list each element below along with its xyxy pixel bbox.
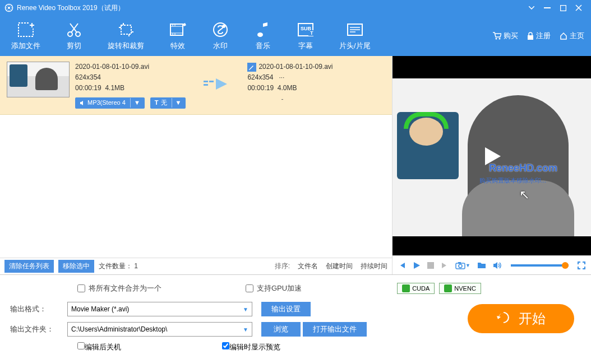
volume-slider[interactable] xyxy=(511,264,569,267)
subtitle-icon: SUBT xyxy=(297,21,315,39)
effects-icon xyxy=(169,21,187,39)
output-settings-panel: 将所有文件合并为一个 支持GPU加速 CUDA NVENC 输出格式： Movi… xyxy=(0,274,591,364)
nvenc-badge: NVENC xyxy=(439,283,481,294)
register-link[interactable]: 注册 xyxy=(527,31,551,41)
svg-rect-28 xyxy=(458,262,461,264)
refresh-icon xyxy=(496,311,511,326)
svg-rect-2 xyxy=(544,7,551,8)
shutdown-checkbox[interactable]: 编辑后关机 xyxy=(77,342,121,352)
svg-text:T: T xyxy=(310,30,313,36)
folder-combo[interactable]: C:\Users\Administrator\Desktop\▼ xyxy=(67,322,252,337)
sort-by-duration[interactable]: 持续时间 xyxy=(361,262,387,271)
clear-list-button[interactable]: 清除任务列表 xyxy=(4,260,54,273)
svg-point-1 xyxy=(8,7,10,9)
app-title: Renee Video Toolbox 2019（试用） xyxy=(17,3,124,13)
output-tag-placeholder: - xyxy=(281,94,333,105)
merge-checkbox[interactable]: 将所有文件合并为一个 xyxy=(77,283,161,293)
watermark-sub: 购买购置版本移除水印... xyxy=(479,176,546,185)
tool-effects[interactable]: 特效 xyxy=(164,18,191,53)
svg-point-11 xyxy=(222,25,225,28)
main-toolbar: 添加文件 剪切 旋转和裁剪 特效 水印 音乐 SUBT 字幕 片头/片尾 购买 … xyxy=(0,16,591,56)
cursor-icon: ↖ xyxy=(519,188,529,202)
speaker-icon xyxy=(80,100,85,106)
output-settings-button[interactable]: 输出设置 xyxy=(261,302,311,316)
arrow-icon xyxy=(202,76,230,94)
dropdown-icon[interactable] xyxy=(524,2,539,13)
output-file-info: 2020-01-08-01-10-09.avi 624x354 ··· 00:0… xyxy=(247,62,333,105)
svg-point-19 xyxy=(499,38,501,40)
sort-by-created[interactable]: 创建时间 xyxy=(326,262,353,271)
preview-panel: ReneeHD.com 购买购置版本移除水印... ↖ ▼ xyxy=(393,56,591,274)
tool-watermark[interactable]: 水印 xyxy=(207,18,234,53)
file-row[interactable]: 2020-01-08-01-10-09.avi 624x354 00:00:19… xyxy=(0,56,392,115)
remove-selected-button[interactable]: 移除选中 xyxy=(58,260,94,273)
prev-button[interactable] xyxy=(398,262,406,269)
svg-rect-9 xyxy=(170,24,183,35)
fullscreen-button[interactable] xyxy=(578,262,585,269)
audio-tag-button[interactable]: MP3(Stereo 4▼ xyxy=(75,97,145,109)
volume-button[interactable] xyxy=(493,262,502,269)
tool-music[interactable]: 音乐 xyxy=(250,18,276,53)
preview-edit-checkbox[interactable]: 编辑时显示预览 xyxy=(222,342,280,352)
list-toolbar: 清除任务列表 移除选中 文件数量： 1 排序: 文件名 创建时间 持续时间 xyxy=(0,258,392,274)
home-icon xyxy=(560,32,567,40)
browse-button[interactable]: 浏览 xyxy=(261,322,301,337)
preview-controls: ▼ xyxy=(393,255,591,274)
svg-point-12 xyxy=(257,32,263,37)
snapshot-button[interactable]: ▼ xyxy=(455,262,470,269)
buy-link[interactable]: 购买 xyxy=(492,31,518,41)
scissors-icon xyxy=(65,21,83,39)
svg-rect-20 xyxy=(528,35,533,40)
open-output-button[interactable]: 打开输出文件 xyxy=(303,322,367,337)
play-overlay-button[interactable] xyxy=(478,143,505,172)
input-thumbnail xyxy=(7,62,70,97)
sort-label: 排序: xyxy=(275,262,290,271)
gpu-checkbox[interactable]: 支持GPU加速 xyxy=(246,283,302,293)
minimize-button[interactable] xyxy=(539,2,555,13)
svg-rect-22 xyxy=(204,84,208,86)
play-button[interactable] xyxy=(413,262,421,269)
start-button[interactable]: 开始 xyxy=(468,304,574,333)
title-bar: Renee Video Toolbox 2019（试用） xyxy=(0,0,591,16)
preview-frame: ReneeHD.com 购买购置版本移除水印... ↖ xyxy=(393,78,591,236)
svg-point-18 xyxy=(496,38,497,40)
home-link[interactable]: 主页 xyxy=(560,31,584,41)
add-file-icon xyxy=(17,21,35,39)
tool-rotate-crop[interactable]: 旋转和裁剪 xyxy=(103,18,149,53)
maximize-button[interactable] xyxy=(555,2,571,13)
format-combo[interactable]: Movie Maker (*.avi)▼ xyxy=(67,302,252,316)
format-label: 输出格式： xyxy=(10,304,67,314)
close-button[interactable] xyxy=(571,2,587,13)
tool-intro-outro[interactable]: 片头/片尾 xyxy=(335,18,375,53)
tool-subtitle[interactable]: SUBT 字幕 xyxy=(292,18,319,53)
tool-add-file[interactable]: 添加文件 xyxy=(7,18,45,53)
intro-icon xyxy=(346,21,364,39)
crop-icon xyxy=(117,21,135,39)
open-folder-button[interactable] xyxy=(477,262,486,269)
svg-rect-3 xyxy=(560,5,566,11)
lock-icon xyxy=(527,32,534,40)
tool-cut[interactable]: 剪切 xyxy=(61,18,87,53)
svg-rect-21 xyxy=(204,81,208,82)
edit-icon[interactable] xyxy=(247,63,256,72)
folder-label: 输出文件夹： xyxy=(10,324,67,334)
sort-by-name[interactable]: 文件名 xyxy=(298,262,318,271)
input-file-info: 2020-01-08-01-10-09.avi 624x354 00:00:19… xyxy=(75,62,186,109)
cart-icon xyxy=(492,32,501,40)
app-logo-icon xyxy=(4,3,13,12)
music-icon xyxy=(254,21,272,39)
svg-rect-25 xyxy=(427,262,434,269)
cuda-badge: CUDA xyxy=(397,283,435,294)
svg-rect-23 xyxy=(209,81,214,82)
watermark-icon xyxy=(211,21,229,39)
file-count-label: 文件数量： 1 xyxy=(99,262,138,271)
file-list-panel: 2020-01-08-01-10-09.avi 624x354 00:00:19… xyxy=(0,56,393,274)
stop-button[interactable] xyxy=(427,262,434,269)
text-tag-button[interactable]: T无▼ xyxy=(150,97,186,109)
next-button[interactable] xyxy=(441,262,449,269)
svg-point-27 xyxy=(459,264,462,268)
svg-rect-8 xyxy=(121,25,131,34)
